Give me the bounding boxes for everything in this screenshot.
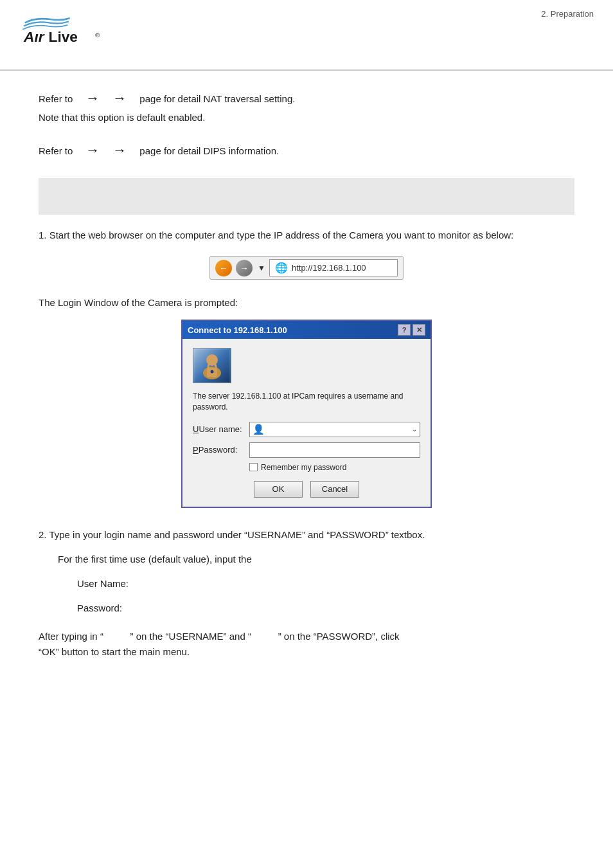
stripe-1 [344, 0, 548, 14]
remember-row: Remember my password [249, 463, 420, 472]
dialog-icon-area [193, 348, 420, 383]
address-bar[interactable]: 🌐 http://192.168.1.100 [269, 259, 398, 276]
after-mid1: ” on the “USERNAME” and “ [130, 631, 251, 642]
after-blank2 [251, 631, 278, 642]
after-mid2: ” on the “PASSWORD”, click [278, 631, 400, 642]
address-text: http://192.168.1.100 [292, 263, 366, 273]
forward-button[interactable]: → [236, 260, 253, 276]
username-field-row: UUser name: 👤 ⌄ [193, 422, 420, 437]
login-dialog: Connect to 192.168.1.100 ? ✕ [181, 320, 432, 508]
lock-icon [193, 348, 231, 383]
password-label: PPassword: [193, 445, 244, 455]
after-typing-prefix: After typing in “ [39, 631, 103, 642]
ok-button[interactable]: OK [254, 481, 303, 498]
arrow-1b: → [112, 90, 127, 107]
refer-page-text-2: page for detail DIPS information. [139, 145, 279, 156]
username-input[interactable]: 👤 ⌄ [249, 422, 420, 437]
remember-checkbox[interactable] [249, 463, 258, 471]
back-button[interactable]: ← [215, 260, 232, 276]
auth-icon-svg [195, 350, 229, 382]
refer-note-1: Note that this option is default enabled… [39, 112, 574, 123]
airlive-logo: Aır Live ® [19, 12, 109, 50]
after-blank1 [103, 631, 130, 642]
help-button[interactable]: ? [398, 324, 411, 336]
dialog-buttons: OK Cancel [193, 481, 420, 498]
ie-icon: 🌐 [275, 262, 288, 274]
username-line: User Name: [77, 576, 574, 592]
svg-text:Aır: Aır [23, 28, 45, 45]
password-field-row: PPassword: [193, 442, 420, 458]
ok-click-text: “OK” button to start the main menu. [39, 646, 190, 657]
arrow-2b: → [112, 142, 127, 159]
arrow-2a: → [85, 142, 100, 159]
refer-block-2: Refer to → → page for detail DIPS inform… [39, 142, 574, 159]
refer-page-text-1: page for detail NAT traversal setting. [139, 93, 295, 104]
step1-text: 1. Start the web browser on the computer… [39, 228, 574, 243]
stripe-3 [343, 0, 503, 6]
refer-line-2: Refer to → → page for detail DIPS inform… [39, 142, 574, 159]
username-dropdown[interactable]: ⌄ [412, 426, 417, 433]
refer-line-1: Refer to → → page for detail NAT travers… [39, 90, 574, 107]
username-label: UUser name: [193, 424, 244, 434]
user-icon: 👤 [253, 424, 265, 435]
dialog-titlebar: Connect to 192.168.1.100 ? ✕ [182, 321, 431, 339]
first-use-text: For the first time use (default value), … [58, 552, 574, 567]
dialog-title: Connect to 192.168.1.100 [188, 325, 287, 335]
arrow-1a: → [85, 90, 100, 107]
svg-text:Live: Live [49, 28, 78, 45]
dialog-server-text: The server 192.168.1.100 at IPCam requir… [193, 391, 420, 413]
dropdown-arrow[interactable]: ▼ [258, 264, 265, 273]
step2-text: 2. Type in your login name and password … [39, 527, 574, 543]
svg-text:®: ® [95, 32, 100, 39]
browser-bar: ← → ▼ 🌐 http://192.168.1.100 [209, 256, 404, 280]
cancel-button[interactable]: Cancel [310, 481, 359, 498]
close-button[interactable]: ✕ [413, 324, 425, 336]
browser-bar-container: ← → ▼ 🌐 http://192.168.1.100 [39, 256, 574, 280]
svg-point-7 [211, 370, 214, 373]
header: Aır Live ® 2. Preparation [0, 0, 613, 71]
login-window-label: The Login Window of the Camera is prompt… [39, 295, 574, 311]
logo-area: Aır Live ® [19, 12, 109, 52]
password-input[interactable] [249, 442, 420, 458]
refer-block-1: Refer to → → page for detail NAT travers… [39, 90, 574, 123]
password-line: Password: [77, 601, 574, 616]
gray-section-block [39, 178, 574, 215]
refer-label-1: Refer to [39, 93, 73, 104]
remember-label: Remember my password [261, 463, 346, 472]
dialog-body: The server 192.168.1.100 at IPCam requir… [182, 339, 431, 507]
stripe-2 [344, 0, 522, 10]
page-number: 2. Preparation [541, 9, 594, 19]
refer-label-2: Refer to [39, 145, 73, 156]
login-dialog-container: Connect to 192.168.1.100 ? ✕ [39, 320, 574, 508]
after-typing-text: After typing in “ ” on the “USERNAME” an… [39, 629, 574, 660]
titlebar-buttons: ? ✕ [398, 324, 425, 336]
main-content: Refer to → → page for detail NAT travers… [0, 71, 613, 685]
